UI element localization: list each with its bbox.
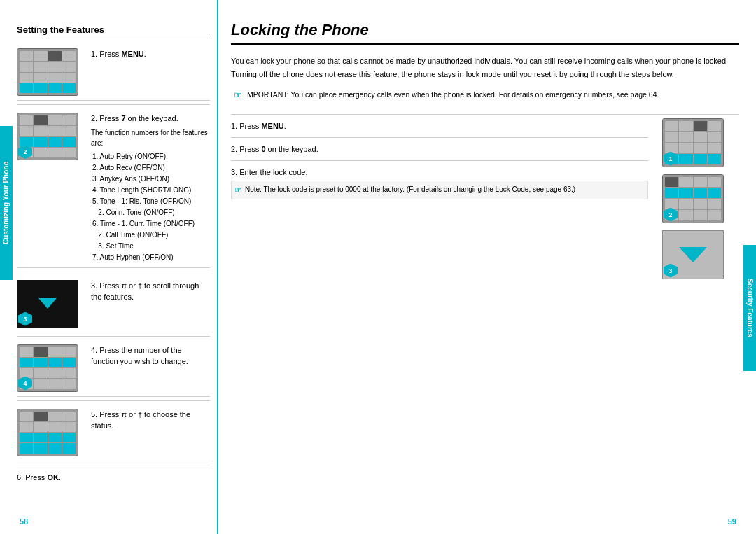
r-step-1: 1. Press MENU. (231, 118, 648, 134)
chevron-icon-3 (38, 298, 57, 309)
r-phone-3-wrapper: 3 (662, 230, 739, 279)
step-5-text: 5. Press π or † to choose the status. (84, 409, 210, 433)
right-col-inner: 1. Press MENU. 2. Press 0 on the keypad.… (231, 118, 739, 279)
step-5-image (17, 409, 78, 456)
phone-keypad-5 (17, 409, 78, 456)
r-step-3: 3. Enter the lock code. ☞ Note: The lock… (231, 164, 648, 204)
step-3-image-row: 3 3. Press π or † to scroll through the … (17, 276, 210, 332)
step-1-image (17, 48, 78, 96)
step-2-text: 2. Press 7 on the keypad. The function n… (84, 113, 210, 263)
badge-3: 3 (18, 312, 32, 326)
right-steps-col: 1. Press MENU. 2. Press 0 on the keypad.… (231, 118, 648, 279)
page-num-left: 58 (20, 517, 28, 526)
important-icon: ☞ (234, 89, 241, 102)
step-3-image: 3 (17, 280, 78, 328)
features-list: 1. Auto Retry (ON/OFF) 2. Auto Recv (OFF… (91, 151, 210, 263)
left-tab: Customizing Your Phone (0, 126, 13, 280)
important-text: IMPORTANT: You can place emergency calls… (245, 89, 659, 101)
right-tab-label: Security Features (746, 279, 754, 337)
page-num-right: 59 (728, 517, 736, 526)
note-icon: ☞ (234, 184, 241, 197)
step-2-image: 2 (17, 113, 78, 160)
step-4-row: 4 4. Press the number of the function yo… (17, 340, 210, 397)
right-phones-col: 1 2 3 (662, 118, 739, 279)
right-section: Locking the Phone You can lock your phon… (217, 0, 756, 534)
main-title: Locking the Phone (231, 21, 739, 45)
step-4-image: 4 (17, 344, 78, 392)
note-box: ☞ Note: The lock code is preset to 0000 … (231, 181, 648, 200)
r-phone-1-wrapper: 1 (662, 118, 739, 167)
r-phone-2-wrapper: 2 (662, 174, 739, 223)
step-4-text: 4. Press the number of the function you … (84, 344, 210, 369)
black-box: 3 (17, 280, 78, 328)
right-tab: Security Features (743, 245, 756, 371)
r-step-2: 2. Press 0 on the keypad. (231, 141, 648, 157)
important-box: ☞ IMPORTANT: You can place emergency cal… (231, 89, 739, 102)
chevron-down-icon (679, 247, 707, 262)
step-5-row: 5. Press π or † to choose the status. (17, 405, 210, 461)
step-1-row: 1. Press MENU. (17, 44, 210, 101)
section-title: Setting the Features (17, 24, 210, 38)
phone-keypad-1 (17, 48, 78, 96)
step-1-text: 1. Press MENU. (84, 48, 210, 62)
body-text: You can lock your phone so that calls ca… (231, 55, 739, 80)
step-3-scroll-text: 3. Press π or † to scroll through the fe… (84, 280, 210, 304)
step-2-row: 2 2. Press 7 on the keypad. The function… (17, 108, 210, 268)
left-section: Setting the Features 1. Press MENU. (0, 0, 217, 534)
step-6-text: 6. Press OK. (17, 473, 210, 482)
step-6-row: 6. Press OK. (17, 469, 210, 482)
left-tab-label: Customizing Your Phone (2, 162, 10, 244)
note-text: Note: The lock code is preset to 0000 at… (245, 184, 575, 195)
